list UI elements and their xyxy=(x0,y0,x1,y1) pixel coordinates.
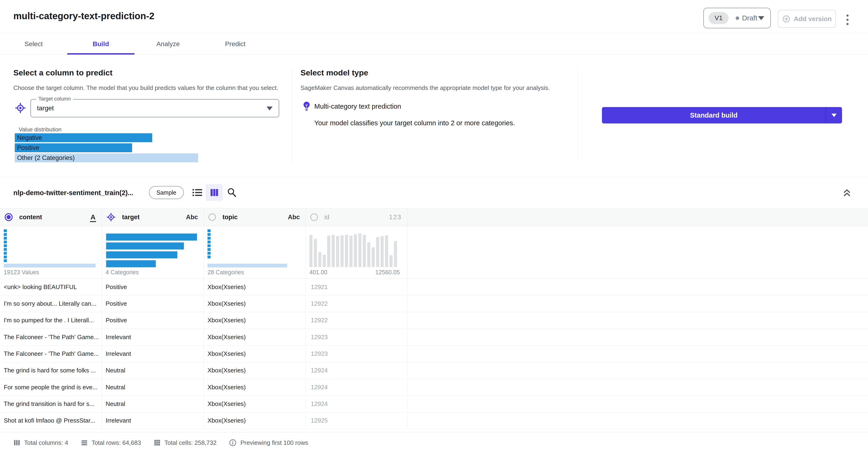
square-mark xyxy=(4,259,7,262)
value-squares-chart xyxy=(4,229,7,262)
cell-topic: Xbox(Xseries) xyxy=(204,413,306,429)
model-type-detail: Your model classifies your target column… xyxy=(314,119,515,127)
square-mark xyxy=(4,252,7,254)
tab-build[interactable]: Build xyxy=(67,33,134,54)
draft-status-dot-icon xyxy=(736,17,739,20)
cell-topic: Xbox(Xseries) xyxy=(204,329,306,345)
cell-topic: Xbox(Xseries) xyxy=(204,345,306,362)
standard-build-split-button: Standard build xyxy=(602,107,842,123)
histogram-min-label: 401.00 xyxy=(309,269,327,276)
standard-build-button[interactable]: Standard build xyxy=(602,107,826,123)
column-histogram-content: 19123 Values xyxy=(0,226,102,278)
cell-id: 12922 xyxy=(306,312,407,329)
histogram-bar xyxy=(385,235,388,267)
histogram-bar xyxy=(349,236,352,267)
rows-icon xyxy=(81,439,88,446)
radio-selected-icon[interactable] xyxy=(5,213,13,221)
page-title: multi-category-text-prediction-2 xyxy=(13,11,154,21)
category-bars-chart xyxy=(106,234,197,267)
distribution-bar-label: Negative xyxy=(15,134,42,142)
collapse-panel-button[interactable] xyxy=(840,186,854,200)
letter-a-icon: A xyxy=(90,213,96,222)
target-column-value: target xyxy=(37,104,54,112)
square-mark xyxy=(4,229,7,232)
tab-analyze[interactable]: Analyze xyxy=(134,33,202,54)
value-squares-chart xyxy=(208,229,211,259)
more-options-button[interactable] xyxy=(842,12,852,27)
histogram-bar xyxy=(394,241,397,267)
column-name: target xyxy=(122,214,140,221)
distribution-bar: Negative xyxy=(15,133,152,142)
tab-predict[interactable]: Predict xyxy=(202,33,269,54)
abc-type-icon: Abc xyxy=(288,214,300,221)
square-mark xyxy=(4,241,7,243)
cell-content: The grind transition is hard for s... xyxy=(0,396,102,412)
histogram-bar xyxy=(336,236,339,267)
table-row: The grind transition is hard for s...Neu… xyxy=(0,396,868,412)
cell-target: Positive xyxy=(102,312,204,329)
list-view-icon xyxy=(192,188,203,197)
category-bar xyxy=(106,242,184,249)
column-header-content[interactable]: contentA xyxy=(0,208,102,226)
cells-icon xyxy=(154,439,161,446)
histogram-range-labels: 401.0012560.05 xyxy=(309,269,400,276)
search-button[interactable] xyxy=(224,185,239,201)
square-mark xyxy=(208,255,211,259)
workflow-tabs: SelectBuildAnalyzePredict xyxy=(0,33,868,55)
target-panel-heading: Select a column to predict xyxy=(13,68,113,77)
square-mark xyxy=(208,248,211,251)
build-options-dropdown-button[interactable] xyxy=(826,107,842,123)
grid-view-button[interactable] xyxy=(206,184,223,201)
build-config-section: Select a column to predict Choose the ta… xyxy=(0,55,868,177)
info-icon xyxy=(229,439,237,447)
overflow-bar xyxy=(4,264,96,268)
cell-target: Positive xyxy=(102,295,204,312)
radio-unselected-icon[interactable] xyxy=(310,213,318,221)
chevron-down-icon xyxy=(267,107,273,111)
footer-stat-text: Total columns: 4 xyxy=(24,439,68,447)
column-header-topic[interactable]: topicAbc xyxy=(204,208,306,226)
column-name: topic xyxy=(222,214,238,221)
histogram-caption: 28 Categories xyxy=(208,269,244,276)
cell-id: 12924 xyxy=(306,379,407,395)
histogram-bar xyxy=(332,235,335,267)
cell-target: Irrelevant xyxy=(102,345,204,362)
category-bar xyxy=(106,251,177,259)
radio-unselected-icon[interactable] xyxy=(209,213,216,221)
square-mark xyxy=(4,255,7,259)
category-bar xyxy=(106,234,197,241)
square-mark xyxy=(208,233,211,236)
column-name: content xyxy=(19,214,42,221)
square-mark xyxy=(208,244,211,247)
histogram-bar xyxy=(323,254,326,267)
distribution-bar-label: Other (2 Categories) xyxy=(15,154,75,162)
target-column-select[interactable]: Target column target xyxy=(30,99,279,117)
cell-content: I'm so sorry about... Literally can... xyxy=(0,295,102,312)
sagemaker-canvas-build-page: multi-category-text-prediction-2 V1 Draf… xyxy=(0,0,868,453)
cell-id: 12923 xyxy=(306,329,407,345)
column-histogram-id: 401.0012560.05 xyxy=(306,226,407,278)
square-mark xyxy=(4,233,7,236)
square-mark xyxy=(208,229,211,232)
tab-select[interactable]: Select xyxy=(0,33,67,54)
add-version-button[interactable]: Add version xyxy=(778,10,836,28)
cell-target: Positive xyxy=(102,279,204,295)
cell-id: 12925 xyxy=(306,413,407,429)
version-selector[interactable]: V1 Draft xyxy=(703,8,771,28)
column-header-id[interactable]: id123 xyxy=(306,208,407,226)
dataset-toolbar: nlp-demo-twitter-sentiment_train(2)... S… xyxy=(0,178,868,208)
histogram-bar xyxy=(363,235,366,267)
table-row: The Falconeer - 'The Path' Game...Irrele… xyxy=(0,345,868,362)
list-view-button[interactable] xyxy=(191,185,205,200)
numeric-type-icon: 123 xyxy=(389,214,402,221)
column-name: id xyxy=(324,214,329,221)
histogram-caption: 4 Categories xyxy=(105,269,139,276)
text-type-icon: A xyxy=(90,213,96,221)
target-column-field-label: Target column xyxy=(36,96,73,102)
cell-topic: Xbox(Xseries) xyxy=(204,312,306,329)
grid-view-icon xyxy=(209,188,219,198)
chevron-down-icon xyxy=(758,16,764,20)
table-row: I'm so pumped for the . I Literall...Pos… xyxy=(0,312,868,329)
column-header-target[interactable]: targetAbc xyxy=(102,208,204,226)
column-histogram-topic: 28 Categories xyxy=(204,226,306,278)
